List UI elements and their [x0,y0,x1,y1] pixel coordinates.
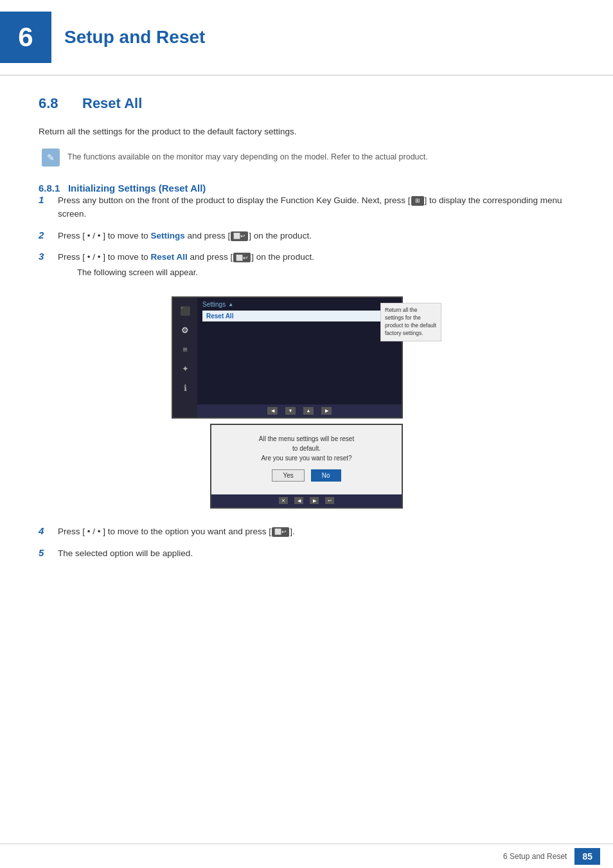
btn-right: ▶ [321,407,332,415]
no-button[interactable]: No [311,469,341,482]
main-content: 6.8 Reset All Return all the settings fo… [0,76,613,608]
dialog-buttons: Yes No [223,469,390,482]
dialog-bottom-bar: ✕ ◀ ▶ ↩ [211,494,402,507]
steps-list-2: 4 Press [ • / • ] to move to the option … [39,525,574,560]
menu-item-selected: Reset All [202,311,396,321]
icon-info: ℹ [178,381,192,395]
tooltip-text: Return all the settings for the product … [385,307,436,336]
dialog-btn-play: ▶ [310,497,319,504]
footer-text: 6 Setup and Reset [503,852,567,861]
monitor-key-icon-2: ⬜↩ [231,231,248,241]
screen-mockup-area: ⬛ ⚙ ≡ ✦ ℹ Settings ▲ Reset All ◀ [39,296,574,509]
step-text-1: Press any button on the front of the pro… [58,194,574,221]
chapter-header: 6 Setup and Reset [0,0,613,76]
step-text-5: The selected option will be applied. [58,547,574,561]
step-number-5: 5 [39,547,53,558]
dialog-btn-enter: ↩ [325,497,334,504]
icon-display: ⬛ [178,304,192,318]
btn-up: ▲ [303,407,314,415]
menu-right: Settings ▲ Reset All [197,298,402,417]
monitor-key-icon-4: ⬜↩ [272,527,289,537]
page-number: 85 [574,848,600,865]
btn-left: ◀ [267,407,278,415]
note-box: The functions available on the monitor m… [42,149,574,167]
step-number-3: 3 [39,250,53,262]
menu-title: Settings ▲ [202,301,396,308]
menu-screen: ⬛ ⚙ ≡ ✦ ℹ Settings ▲ Reset All ◀ [172,296,403,419]
step-4: 4 Press [ • / • ] to move to the option … [39,525,574,539]
menu-bottom-bar: ◀ ▼ ▲ ▶ [197,404,402,417]
subsection-title: 6.8.1 Initializing Settings (Reset All) [39,183,206,194]
screen-container: ⬛ ⚙ ≡ ✦ ℹ Settings ▲ Reset All ◀ [172,296,441,509]
dialog-content: All the menu settings will be reset to d… [211,425,402,494]
monitor-key-icon-3: ⬜↩ [233,253,251,262]
grid-key-icon: ⊞ [411,196,424,206]
section-description: Return all the settings for the product … [39,125,574,139]
menu-arrow: ▲ [228,302,233,307]
dialog-btn-left: ◀ [294,497,303,504]
step-number-4: 4 [39,525,53,536]
step-1: 1 Press any button on the front of the p… [39,194,574,221]
note-text: The functions available on the monitor m… [67,149,428,163]
menu-left-icons: ⬛ ⚙ ≡ ✦ ℹ [173,298,197,417]
step-number-1: 1 [39,194,53,205]
chapter-title: Setup and Reset [64,27,205,48]
chapter-number: 6 [18,22,33,53]
step-text-3: Press [ • / • ] to move to Reset All and… [58,252,314,262]
step-text-2: Press [ • / • ] to move to Settings and … [58,229,574,243]
step-text-4: Press [ • / • ] to move to the option yo… [58,525,574,539]
steps-list: 1 Press any button on the front of the p… [39,194,574,284]
step-number-2: 2 [39,229,53,240]
subsection-heading: 6.8.1 Initializing Settings (Reset All) [39,183,574,194]
step-5: 5 The selected option will be applied. [39,547,574,561]
section-title: Reset All [82,95,142,112]
icon-settings: ⚙ [178,323,192,338]
tooltip-box: Return all the settings for the product … [380,303,441,341]
section-number: 6.8 [39,95,71,112]
yes-button[interactable]: Yes [272,469,304,482]
dialog-text: All the menu settings will be reset to d… [223,434,390,463]
section-heading: 6.8 Reset All [39,95,574,112]
chapter-number-box: 6 [0,12,51,63]
icon-list: ≡ [178,343,192,357]
dialog-btn-x: ✕ [279,497,288,504]
page-footer: 6 Setup and Reset 85 [0,844,613,868]
dialog-screen: All the menu settings will be reset to d… [210,424,403,509]
step-3-subnote: The following screen will appear. [77,267,574,277]
step-2: 2 Press [ • / • ] to move to Settings an… [39,229,574,243]
icon-gear: ✦ [178,362,192,376]
note-icon [42,149,60,167]
btn-down: ▼ [285,407,296,415]
step-3: 3 Press [ • / • ] to move to Reset All a… [39,250,574,284]
